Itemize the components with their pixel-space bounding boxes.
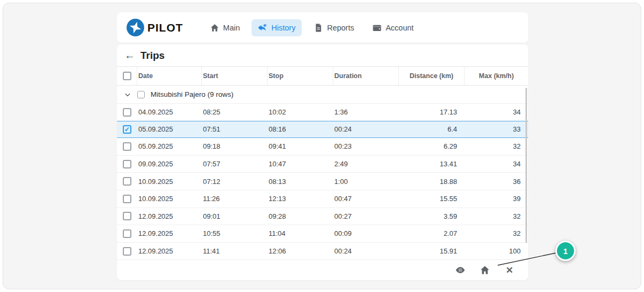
cell-date: 10.09.2025 xyxy=(137,190,202,208)
table-row[interactable]: 12.09.2025 09:01 09:28 00:27 3.59 32 xyxy=(117,208,528,226)
row-checkbox[interactable] xyxy=(123,108,131,117)
page-title-bar: ← Trips xyxy=(117,44,528,66)
cell-max: 34 xyxy=(465,104,528,121)
cell-max: 33 xyxy=(465,121,528,138)
cell-start: 11:26 xyxy=(202,190,268,208)
cell-duration: 00:24 xyxy=(333,121,399,138)
table-footer-toolbar: ✕ xyxy=(117,260,528,280)
column-header-start[interactable]: Start xyxy=(202,67,268,85)
cell-duration: 00:09 xyxy=(333,225,399,242)
column-header-duration[interactable]: Duration xyxy=(333,67,399,85)
nav-item-main[interactable]: Main xyxy=(203,19,246,36)
pilot-logo-icon xyxy=(127,19,144,36)
cell-distance: 2.07 xyxy=(399,225,465,242)
home-icon xyxy=(210,23,219,33)
cell-duration: 00:24 xyxy=(333,243,399,260)
table-row[interactable]: 10.09.2025 07:12 08:13 1:00 18.88 36 xyxy=(117,173,528,190)
brand-logo: PILOT xyxy=(127,19,183,36)
vehicle-group-row[interactable]: Mitsubishi Pajero (9 rows) xyxy=(117,86,528,104)
cell-date: 12.09.2025 xyxy=(137,225,202,242)
row-checkbox[interactable] xyxy=(123,229,131,238)
cell-distance: 17.13 xyxy=(399,104,465,121)
cell-start: 08:25 xyxy=(202,104,268,121)
cell-max: 32 xyxy=(465,225,528,242)
nav-label: Account xyxy=(386,24,413,32)
row-checkbox[interactable] xyxy=(123,195,131,203)
column-header-max[interactable]: Max (km/h) xyxy=(465,67,528,85)
cell-start: 07:51 xyxy=(202,121,268,138)
chevron-down-icon[interactable] xyxy=(124,91,131,98)
table-row[interactable]: 09.09.2025 07:57 10:47 2:49 13.41 34 xyxy=(117,156,528,173)
home-icon xyxy=(480,265,490,275)
cell-distance: 15.55 xyxy=(399,190,465,208)
nav-label: Reports xyxy=(327,24,354,32)
row-checkbox[interactable] xyxy=(123,247,131,256)
column-header-stop[interactable]: Stop xyxy=(268,67,333,85)
cell-distance: 13.41 xyxy=(399,156,465,173)
cell-max: 36 xyxy=(465,173,528,190)
close-button[interactable]: ✕ xyxy=(504,264,515,276)
cell-start: 09:18 xyxy=(202,138,268,155)
brand-name: PILOT xyxy=(147,21,183,34)
cell-date: 10.09.2025 xyxy=(137,173,202,190)
table-row[interactable]: 05.09.2025 07:51 08:16 00:24 6.4 33 xyxy=(117,121,528,139)
page-background: PILOT Main History xyxy=(3,3,641,289)
cell-start: 09:01 xyxy=(202,208,268,225)
cell-date: 05.09.2025 xyxy=(137,121,202,138)
cell-duration: 00:47 xyxy=(333,190,399,208)
table-row[interactable]: 12.09.2025 10:55 11:04 00:09 2.07 32 xyxy=(117,225,528,243)
row-checkbox[interactable] xyxy=(123,177,131,186)
cell-stop: 08:13 xyxy=(268,173,333,190)
table-row[interactable]: 05.09.2025 09:18 09:41 00:23 6.29 32 xyxy=(117,138,528,156)
cell-start: 07:12 xyxy=(202,173,268,190)
table-row[interactable]: 10.09.2025 11:26 12:13 00:47 15.55 39 xyxy=(117,190,528,208)
close-icon: ✕ xyxy=(506,265,513,276)
table-header: Date Start Stop Duration Distance (km) M… xyxy=(117,66,528,86)
nav-item-account[interactable]: Account xyxy=(366,19,420,36)
cell-date: 12.09.2025 xyxy=(137,243,202,260)
cell-duration: 00:23 xyxy=(333,138,399,155)
nav-item-reports[interactable]: Reports xyxy=(307,19,360,36)
row-checkbox[interactable] xyxy=(123,125,131,134)
trips-panel: ← Trips Date Start Stop Duration Distanc… xyxy=(117,44,528,280)
cell-distance: 6.4 xyxy=(399,121,465,138)
cell-max: 34 xyxy=(465,156,528,173)
main-nav: Main History Reports xyxy=(203,19,420,36)
cell-duration: 00:27 xyxy=(333,208,399,225)
column-header-distance[interactable]: Distance (km) xyxy=(399,67,465,85)
row-checkbox[interactable] xyxy=(123,160,131,168)
visibility-button[interactable] xyxy=(454,264,466,276)
table-row[interactable]: 12.09.2025 11:41 12:06 00:24 15.91 100 xyxy=(117,243,528,260)
history-icon xyxy=(258,23,268,33)
cell-stop: 08:16 xyxy=(268,121,333,138)
nav-label: Main xyxy=(223,24,240,32)
row-checkbox[interactable] xyxy=(123,142,131,151)
cell-duration: 1:36 xyxy=(333,104,399,121)
home-button[interactable] xyxy=(479,264,491,276)
group-checkbox[interactable] xyxy=(137,91,145,98)
cell-stop: 12:13 xyxy=(268,190,333,208)
cell-stop: 12:06 xyxy=(268,243,333,260)
select-all-checkbox[interactable] xyxy=(123,72,131,80)
table-row[interactable]: 04.09.2025 08:25 10:02 1:36 17.13 34 xyxy=(117,104,528,121)
column-header-date[interactable]: Date xyxy=(137,67,202,85)
cell-distance: 15.91 xyxy=(399,243,465,260)
cell-date: 09.09.2025 xyxy=(137,156,202,173)
cell-stop: 09:28 xyxy=(268,208,333,225)
cell-start: 10:55 xyxy=(202,225,268,242)
cell-date: 04.09.2025 xyxy=(137,104,202,121)
back-button[interactable]: ← xyxy=(124,49,138,62)
document-icon xyxy=(313,23,323,33)
nav-item-history[interactable]: History xyxy=(252,19,302,36)
cell-date: 05.09.2025 xyxy=(137,138,202,155)
cell-max: 100 xyxy=(465,243,528,260)
cell-max: 32 xyxy=(465,208,528,225)
cell-stop: 11:04 xyxy=(268,225,333,242)
cell-distance: 3.59 xyxy=(399,208,465,225)
vertical-scrollbar[interactable] xyxy=(525,88,527,243)
cell-start: 07:57 xyxy=(202,156,268,173)
annotation-number: 1 xyxy=(563,247,568,256)
row-checkbox[interactable] xyxy=(123,212,131,220)
cell-distance: 6.29 xyxy=(399,138,465,155)
cell-start: 11:41 xyxy=(202,243,268,260)
